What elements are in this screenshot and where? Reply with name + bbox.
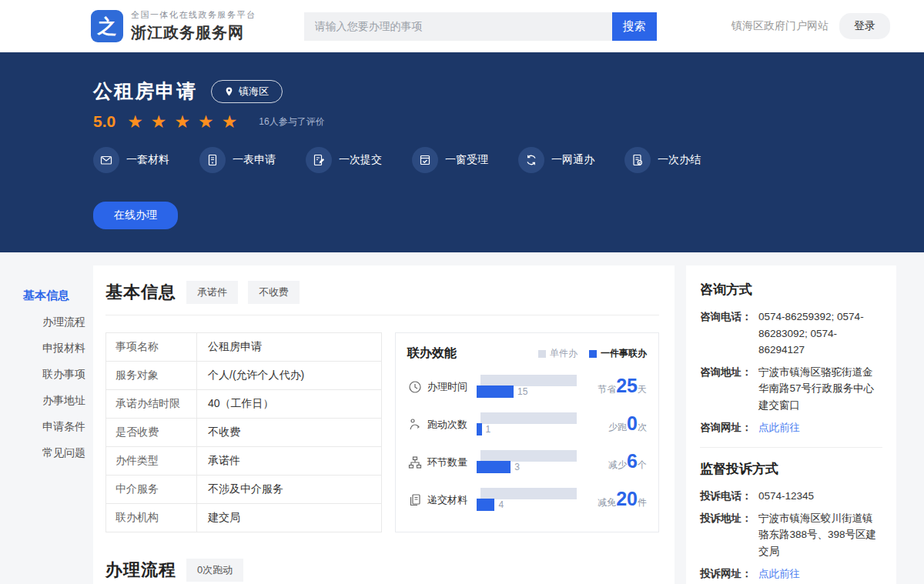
feature-item: 一套材料 <box>93 147 169 173</box>
district-label: 镇海区 <box>239 85 269 98</box>
bar-joint <box>477 423 482 435</box>
section-anchor-nav: 基本信息 办理流程 申报材料 联办事项 办事地址 申请条件 常见问题 <box>23 265 93 472</box>
run-icon <box>407 418 423 432</box>
process-section: 办理流程 0次跑动 <box>105 559 659 584</box>
basic-info-table: 事项名称 公租房申请 服务对象 个人/(允许个人代办) 承诺办结时限 40（工作… <box>105 332 382 532</box>
nav-item-joint-items[interactable]: 联办事项 <box>23 367 93 381</box>
feature-item: 一窗受理 <box>412 147 488 173</box>
saving-trips: 少跑 0 次 <box>608 415 647 434</box>
consult-address-row: 咨询地址： 宁波市镇海区骆驼街道金华南路57号行政服务中心建交窗口 <box>700 364 882 414</box>
service-features: 一套材料 一表申请 一次提交 一窗 <box>93 147 924 173</box>
feature-item: 一次办结 <box>624 147 701 173</box>
header-right: 镇海区政府门户网站 登录 <box>732 13 890 39</box>
bar-group: 4 <box>477 487 577 512</box>
bar-joint <box>477 385 514 398</box>
search-bar: 搜索 <box>304 12 657 41</box>
no-fee-badge: 不收费 <box>248 281 300 304</box>
page-body: 基本信息 办理流程 申报材料 联办事项 办事地址 申请条件 常见问题 基本信息 … <box>0 252 924 584</box>
complaint-address-row: 投诉地址： 宁波市镇海区蛟川街道镇骆东路388号、398号区建交局 <box>700 510 882 560</box>
bar-group: 1 <box>477 412 577 437</box>
bar-joint <box>477 499 494 511</box>
efficiency-row-trips: 跑动次数 1 少跑 0 次 <box>407 412 647 437</box>
online-apply-button[interactable]: 在线办理 <box>93 202 178 229</box>
form-icon <box>199 147 226 173</box>
table-row: 服务对象 个人/(允许个人代办) <box>106 362 381 390</box>
efficiency-legend: 单件办 一件事联办 <box>538 347 647 360</box>
bar-group: 3 <box>477 449 577 475</box>
legend-single: 单件办 <box>538 347 578 360</box>
nav-item-basic-info[interactable]: 基本信息 <box>23 289 93 302</box>
window-check-icon <box>412 147 438 173</box>
table-row: 承诺办结时限 40（工作日） <box>106 390 381 419</box>
envelope-icon <box>93 147 119 173</box>
feature-item: 一网通办 <box>518 147 594 173</box>
nav-item-conditions[interactable]: 申请条件 <box>23 419 93 433</box>
bar-single <box>480 488 577 499</box>
efficiency-row-time: 办理时间 15 节省 25 天 <box>407 374 647 399</box>
basic-info-title: 基本信息 <box>105 281 176 304</box>
table-row: 中介服务 不涉及中介服务 <box>106 476 381 504</box>
nav-item-faq[interactable]: 常见问题 <box>23 446 93 459</box>
contact-aside: 咨询方式 咨询电话： 0574-86259392; 0574-86283092;… <box>686 265 896 584</box>
bar-joint <box>477 461 511 473</box>
efficiency-row-steps: 环节数量 3 减少 6 个 <box>407 449 647 475</box>
table-row: 办件类型 承诺件 <box>106 447 381 476</box>
bar-group: 15 <box>477 374 577 399</box>
complaint-title: 监督投诉方式 <box>700 460 882 478</box>
consult-title: 咨询方式 <box>700 281 882 299</box>
divider <box>700 447 882 448</box>
promise-type-badge: 承诺件 <box>186 281 238 304</box>
network-sync-icon <box>518 147 544 173</box>
bar-single <box>480 375 577 386</box>
table-row: 是否收费 不收费 <box>106 419 381 447</box>
zero-trip-badge: 0次跑动 <box>186 559 243 582</box>
table-row: 事项名称 公租房申请 <box>106 333 381 362</box>
saving-materials: 减免 20 件 <box>598 490 647 509</box>
nav-item-address[interactable]: 办事地址 <box>23 393 93 407</box>
hero-banner: 公租房申请 镇海区 5.0 ★★★★★ 16人参与了评价 一套材料 <box>0 52 924 252</box>
doc-done-icon <box>624 147 651 173</box>
complaint-phone-row: 投诉电话： 0574-12345 <box>700 488 882 505</box>
search-input[interactable] <box>304 12 612 41</box>
consult-site-link[interactable]: 点此前往 <box>758 419 800 436</box>
joint-efficiency-panel: 联办效能 单件办 一件事联办 <box>395 332 659 532</box>
files-icon <box>407 493 423 507</box>
nav-item-process[interactable]: 办理流程 <box>23 315 93 329</box>
rating-row: 5.0 ★★★★★ 16人参与了评价 <box>93 112 924 131</box>
rating-count: 16人参与了评价 <box>259 115 324 128</box>
consult-website-row: 咨询网址： 点此前往 <box>700 419 882 436</box>
rating-stars-icon: ★★★★★ <box>127 113 245 131</box>
nav-item-materials[interactable]: 申报材料 <box>23 341 93 355</box>
complaint-site-link[interactable]: 点此前往 <box>758 566 800 582</box>
submit-edit-icon <box>306 147 332 173</box>
logo-text: 全国一体化在线政务服务平台 浙江政务服务网 <box>131 9 256 43</box>
top-header: 之 全国一体化在线政务服务平台 浙江政务服务网 搜索 镇海区政府门户网站 登录 <box>0 0 924 52</box>
site-name: 浙江政务服务网 <box>131 22 256 43</box>
clock-icon <box>407 380 423 394</box>
feature-item: 一次提交 <box>306 147 382 173</box>
portal-link[interactable]: 镇海区政府门户网站 <box>732 19 829 33</box>
table-row: 联办机构 建交局 <box>106 504 381 532</box>
login-button[interactable]: 登录 <box>839 13 890 39</box>
efficiency-row-materials: 递交材料 4 减免 20 件 <box>407 487 647 512</box>
platform-tagline: 全国一体化在线政务服务平台 <box>131 9 256 21</box>
saving-time: 节省 25 天 <box>598 377 647 396</box>
legend-joint: 一件事联办 <box>589 347 647 360</box>
saving-steps: 减少 6 个 <box>608 452 647 472</box>
legend-swatch-gray <box>538 350 546 358</box>
main-content-card: 基本信息 承诺件 不收费 事项名称 公租房申请 服务对象 个人/(允许个人代办)… <box>93 265 675 584</box>
bar-single <box>480 412 577 424</box>
basic-info-header: 基本信息 承诺件 不收费 <box>105 281 659 304</box>
efficiency-title: 联办效能 <box>407 345 457 362</box>
site-logo: 之 全国一体化在线政务服务平台 浙江政务服务网 <box>91 9 256 43</box>
process-title: 办理流程 <box>105 559 176 582</box>
legend-swatch-blue <box>589 350 597 358</box>
logo-mark-icon: 之 <box>91 10 123 42</box>
location-pin-icon <box>225 86 233 97</box>
search-button[interactable]: 搜索 <box>612 12 657 41</box>
divider <box>105 315 659 315</box>
bar-single <box>480 450 577 462</box>
rating-score: 5.0 <box>93 112 116 131</box>
feature-item: 一表申请 <box>199 147 276 173</box>
page-title: 公租房申请 <box>93 78 197 104</box>
